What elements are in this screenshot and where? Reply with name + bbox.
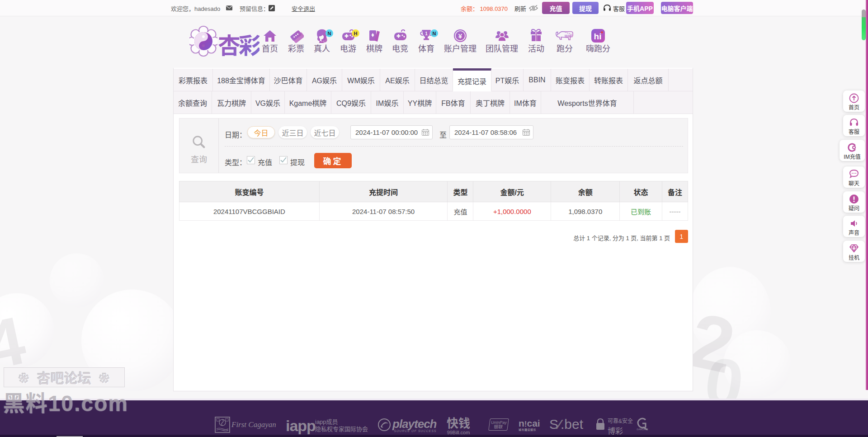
svg-text:¥: ¥ [458, 32, 462, 40]
svg-text:拼搏世界: 拼搏世界 [565, 34, 573, 38]
svg-text:GAMCARE: GAMCARE [637, 428, 648, 431]
svg-text:1: 1 [425, 31, 428, 36]
svg-text:hi: hi [594, 32, 602, 41]
